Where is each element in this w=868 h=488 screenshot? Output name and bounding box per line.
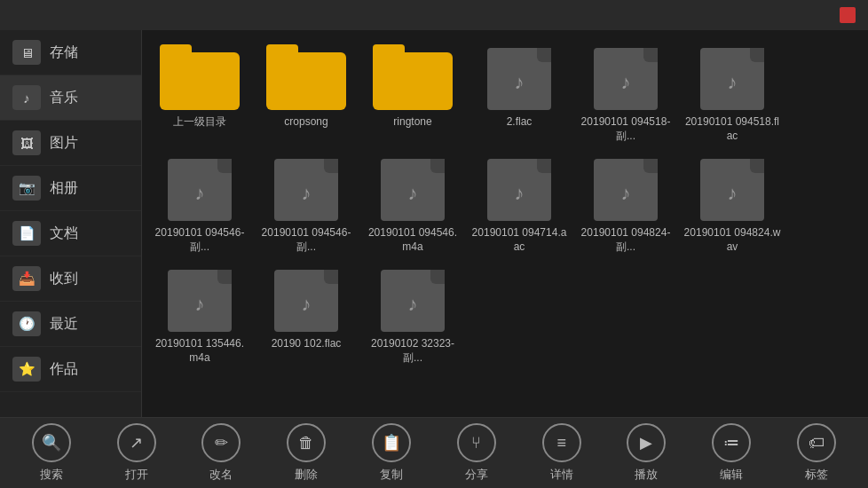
file-item[interactable]: ♪ 20190101 094824-副...: [577, 155, 675, 254]
file-label: 上一级目录: [173, 115, 226, 130]
audio-note-icon: ♪: [515, 182, 525, 205]
audio-icon: ♪: [271, 155, 342, 221]
sidebar-icon-recent: 🕐: [12, 311, 41, 336]
audio-note-icon: ♪: [515, 71, 525, 94]
sidebar-item-photos[interactable]: 🖼 图片: [0, 121, 141, 166]
file-item[interactable]: ♪ 20190101 094546-副...: [257, 155, 355, 254]
sidebar-item-docs[interactable]: 📄 文档: [0, 211, 141, 256]
sidebar-item-storage[interactable]: 🖥 存储: [0, 30, 141, 75]
sidebar-label-storage: 存储: [50, 43, 78, 62]
file-item[interactable]: ♪ 20190 102.flac: [257, 266, 355, 365]
sidebar-icon-photos: 🖼: [12, 130, 41, 155]
file-label: 20190101 094518-副...: [577, 115, 675, 143]
audio-icon: ♪: [164, 155, 235, 221]
toolbar-btn-open[interactable]: ↗ 打开: [106, 423, 168, 483]
file-item[interactable]: cropsong: [257, 44, 355, 143]
sidebar: 🖥 存储 ♪ 音乐 🖼 图片 📷 相册 📄 文档 📥 收到 🕐 最近 ⭐ 作品: [0, 30, 142, 417]
sidebar-item-recent[interactable]: 🕐 最近: [0, 302, 141, 347]
audio-note-icon: ♪: [728, 71, 738, 94]
file-label: 20190 102.flac: [272, 337, 342, 351]
sidebar-label-works: 作品: [50, 360, 78, 379]
toolbar-label-open: 打开: [125, 467, 148, 483]
file-grid: 上一级目录 cropsong ringtone ♪ 2.flac: [142, 30, 868, 417]
sidebar-icon-music: ♪: [12, 85, 41, 110]
sidebar-label-docs: 文档: [50, 224, 78, 243]
sidebar-item-music[interactable]: ♪ 音乐: [0, 75, 141, 121]
toolbar-btn-rename[interactable]: ✏ 改名: [190, 423, 252, 483]
audio-note-icon: ♪: [621, 71, 631, 94]
toolbar: 🔍 搜索 ↗ 打开 ✏ 改名 🗑 删除 📋 复制 ⑂ 分享 ≡ 详情 ▶ 播放 …: [0, 417, 868, 488]
sidebar-icon-docs: 📄: [12, 221, 41, 246]
toolbar-btn-play[interactable]: ▶ 播放: [615, 423, 677, 483]
file-item[interactable]: ♪ 20190101 094824.wav: [683, 155, 781, 254]
audio-page: ♪: [594, 48, 658, 110]
audio-page: ♪: [274, 159, 338, 221]
toolbar-btn-copy[interactable]: 📋 复制: [360, 423, 422, 483]
file-item[interactable]: ♪ 20190101 094518-副...: [577, 44, 675, 143]
toolbar-btn-share[interactable]: ⑂ 分享: [446, 423, 508, 483]
sidebar-item-works[interactable]: ⭐ 作品: [0, 347, 141, 392]
close-button[interactable]: [840, 7, 856, 23]
toolbar-icon-rename: ✏: [201, 423, 241, 462]
audio-note-icon: ♪: [621, 182, 631, 205]
file-item[interactable]: ♪ 20190101 135446.m4a: [151, 266, 249, 365]
sidebar-icon-works: ⭐: [12, 357, 41, 382]
folder-icon: [160, 44, 240, 110]
toolbar-label-share: 分享: [465, 467, 488, 483]
main-area: 🖥 存储 ♪ 音乐 🖼 图片 📷 相册 📄 文档 📥 收到 🕐 最近 ⭐ 作品 …: [0, 30, 868, 417]
folder-icon: [266, 44, 346, 110]
toolbar-icon-play: ▶: [627, 423, 666, 462]
sidebar-label-recent: 最近: [50, 315, 78, 334]
toolbar-icon-tag: 🏷: [797, 423, 836, 462]
folder-icon: [373, 44, 453, 110]
file-item[interactable]: ♪ 20190101 094546.m4a: [364, 155, 462, 254]
toolbar-btn-info[interactable]: ≡ 详情: [531, 423, 593, 483]
folder-body: [266, 52, 346, 110]
toolbar-btn-edit[interactable]: ≔ 编辑: [700, 423, 762, 483]
audio-note-icon: ♪: [408, 293, 418, 316]
audio-icon: ♪: [377, 155, 448, 221]
audio-icon: ♪: [697, 155, 768, 221]
sidebar-label-music: 音乐: [50, 89, 78, 107]
toolbar-label-copy: 复制: [380, 467, 403, 483]
file-item[interactable]: ♪ 2.flac: [470, 44, 568, 143]
audio-note-icon: ♪: [408, 182, 418, 205]
toolbar-btn-delete[interactable]: 🗑 删除: [275, 423, 337, 483]
toolbar-icon-share: ⑂: [457, 423, 496, 462]
folder-body: [373, 52, 453, 110]
sidebar-label-album: 相册: [50, 179, 78, 198]
file-item[interactable]: ♪ 20190102 32323-副...: [364, 266, 462, 365]
toolbar-label-info: 详情: [550, 467, 573, 483]
toolbar-label-rename: 改名: [209, 467, 233, 483]
audio-icon: ♪: [377, 266, 448, 332]
file-item[interactable]: 上一级目录: [151, 44, 249, 143]
audio-icon: ♪: [271, 266, 342, 332]
file-label: 20190101 094824-副...: [577, 226, 675, 254]
toolbar-btn-search[interactable]: 🔍 搜索: [20, 423, 83, 483]
audio-icon: ♪: [484, 155, 555, 221]
toolbar-label-delete: 删除: [295, 467, 318, 483]
file-label: 20190101 094714.aac: [470, 226, 568, 254]
audio-icon: ♪: [484, 44, 555, 110]
sidebar-label-inbox: 收到: [50, 270, 78, 288]
toolbar-label-edit: 编辑: [720, 467, 743, 483]
toolbar-icon-copy: 📋: [372, 423, 411, 462]
sidebar-item-inbox[interactable]: 📥 收到: [0, 256, 141, 302]
file-label: 20190101 094546-副...: [257, 226, 355, 254]
file-item[interactable]: ♪ 20190101 094546-副...: [151, 155, 249, 254]
audio-icon: ♪: [590, 44, 661, 110]
file-item[interactable]: ringtone: [364, 44, 462, 143]
toolbar-label-search: 搜索: [40, 467, 63, 483]
audio-page: ♪: [381, 270, 445, 332]
audio-page: ♪: [700, 48, 764, 110]
file-label: 20190101 135446.m4a: [151, 337, 249, 365]
audio-page: ♪: [487, 159, 551, 221]
file-item[interactable]: ♪ 20190101 094714.aac: [470, 155, 568, 254]
toolbar-btn-tag[interactable]: 🏷 标签: [785, 423, 848, 483]
audio-icon: ♪: [590, 155, 661, 221]
sidebar-icon-inbox: 📥: [12, 266, 41, 291]
audio-page: ♪: [700, 159, 764, 221]
sidebar-item-album[interactable]: 📷 相册: [0, 166, 141, 211]
file-item[interactable]: ♪ 20190101 094518.flac: [683, 44, 781, 143]
file-label: 2.flac: [507, 115, 533, 130]
